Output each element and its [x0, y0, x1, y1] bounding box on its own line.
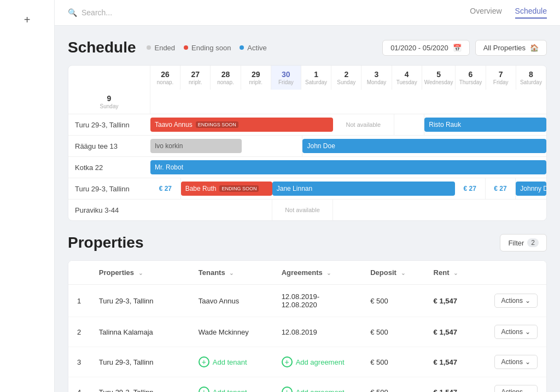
cal-col-30: 30Friday — [271, 66, 301, 90]
row-num-1: 1 — [68, 285, 90, 317]
add-button[interactable]: + — [19, 11, 36, 28]
properties-table: Properties ⌄ Tenants ⌄ Agreements ⌄ De — [68, 261, 546, 392]
cal-bar-john: John Doe — [302, 139, 546, 153]
all-properties-button[interactable]: All Properties 🏠 — [475, 40, 547, 56]
search-placeholder: Search... — [81, 8, 112, 17]
table-row: 1 Turu 29-3, Tallinn Taavo Annus 12.08.2… — [68, 285, 546, 317]
chevron-down-icon: ⌄ — [525, 388, 530, 392]
date-range-button[interactable]: 01/2020 - 05/2020 📅 — [382, 40, 470, 56]
row-tenant-4[interactable]: + Add tenant — [190, 377, 273, 393]
all-properties-label: All Properties — [483, 44, 526, 52]
cal-bar-risto: Risto Rauk — [424, 118, 546, 132]
table-header: Properties ⌄ Tenants ⌄ Agreements ⌄ De — [68, 261, 546, 285]
cal-empty-2 — [242, 136, 302, 156]
add-circle-icon-4: + — [199, 387, 209, 392]
row-num-2: 2 — [68, 317, 90, 347]
cal-col-7: 7Friday — [486, 66, 516, 90]
add-circle-icon-4b: + — [282, 387, 293, 392]
cal-row-label-4: Turu 29-3, Tallinn — [68, 185, 150, 193]
cal-bar-jane: Jane Linnan — [272, 182, 455, 196]
top-navigation: 🔍 Search... Overview Schedule — [55, 0, 560, 26]
nav-tabs: Overview Schedule — [470, 7, 547, 19]
search-bar[interactable]: 🔍 Search... — [68, 8, 112, 17]
properties-title: Properties — [68, 234, 144, 251]
schedule-title: Schedule — [68, 39, 136, 56]
row-actions-col-1: Actions ⌄ — [486, 285, 546, 317]
cal-row-2-cells: Ivo korkin John Doe — [150, 136, 546, 156]
add-tenant-button-3[interactable]: + Add tenant — [199, 356, 264, 367]
row-actions-col-4: Actions ⌄ — [486, 377, 546, 393]
table-header-row: Properties ⌄ Tenants ⌄ Agreements ⌄ De — [68, 261, 546, 285]
row-property-4: Turu 29-3, Tallinn — [90, 377, 190, 393]
legend-ended: Ended — [147, 44, 175, 52]
table-body: 1 Turu 29-3, Tallinn Taavo Annus 12.08.2… — [68, 285, 546, 393]
col-label-agreements: Agreements — [282, 268, 323, 277]
cal-cell-babe: Babe Ruth ENDING SOON — [181, 178, 272, 199]
legend-active: Active — [240, 44, 266, 52]
ended-label: Ended — [154, 44, 175, 52]
chevron-down-icon: ⌄ — [525, 297, 530, 305]
add-agreement-label: Add agreement — [296, 358, 345, 366]
sort-icon-rent: ⌄ — [453, 270, 458, 276]
cal-cell-john: John Doe — [302, 136, 546, 156]
row-tenant-3[interactable]: + Add tenant — [190, 347, 273, 377]
actions-button-3[interactable]: Actions ⌄ — [494, 355, 538, 369]
cal-cell-risto: Risto Rauk — [424, 114, 546, 135]
cal-col-1: 1Saturday — [301, 66, 331, 90]
cal-col-8: 8Saturday — [516, 66, 546, 90]
actions-button-1[interactable]: Actions ⌄ — [494, 294, 538, 308]
tab-schedule[interactable]: Schedule — [515, 7, 547, 19]
cal-row-1-cells: Taavo Annus ENDINGS SOON Not available R… — [150, 114, 546, 135]
add-agreement-button-4[interactable]: + Add agreement — [282, 387, 353, 392]
cal-row-3: Kotka 22 Mr. Robot — [68, 157, 546, 178]
filter-button[interactable]: Filter 2 — [500, 234, 547, 251]
col-header-actions — [486, 261, 546, 285]
cal-header-empty — [68, 66, 150, 90]
row-deposit-2: € 500 — [361, 317, 424, 347]
building-icon: 🏠 — [530, 44, 539, 52]
add-tenant-button-4[interactable]: + Add tenant — [199, 387, 264, 392]
table-row: 3 Turu 29-3, Tallinn + Add tenant + Add — [68, 347, 546, 377]
legend-ending: Ending soon — [184, 44, 231, 52]
col-header-properties[interactable]: Properties ⌄ — [90, 261, 190, 285]
cal-empty-5 — [150, 200, 272, 220]
row-num-4: 4 — [68, 377, 90, 393]
row-property-1: Turu 29-3, Tallinn — [90, 285, 190, 317]
row-agreement-4[interactable]: + Add agreement — [273, 377, 362, 393]
filter-label: Filter — [508, 239, 524, 247]
row-agreement-2: 12.08.2019 — [273, 317, 362, 347]
cal-not-avail-5: Not available — [272, 200, 333, 220]
col-label-tenants: Tenants — [199, 268, 225, 277]
sort-icon-tenants: ⌄ — [229, 270, 234, 276]
row-actions-col-3: Actions ⌄ — [486, 347, 546, 377]
schedule-controls: 01/2020 - 05/2020 📅 All Properties 🏠 — [382, 40, 547, 56]
cal-col-9: 9Sunday — [68, 90, 150, 114]
active-label: Active — [247, 44, 266, 52]
cal-row-5: Puraviku 3-44 Not available — [68, 200, 546, 220]
filter-count-badge: 2 — [527, 238, 539, 247]
actions-button-2[interactable]: Actions ⌄ — [494, 325, 538, 339]
col-header-tenants[interactable]: Tenants ⌄ — [190, 261, 273, 285]
col-header-rent[interactable]: Rent ⌄ — [425, 261, 486, 285]
cal-row-2: Räägu tee 13 Ivo korkin John Doe — [68, 136, 546, 157]
properties-header: Properties Filter 2 — [68, 234, 547, 251]
cal-cell-1-1: Taavo Annus ENDINGS SOON — [150, 114, 333, 135]
col-label-deposit: Deposit — [370, 268, 396, 277]
cal-cell-robot: Mr. Robot — [150, 157, 546, 178]
ending-label: Ending soon — [191, 44, 231, 52]
col-header-deposit[interactable]: Deposit ⌄ — [361, 261, 424, 285]
col-label-properties: Properties — [99, 268, 134, 277]
cal-row-label-5: Puraviku 3-44 — [68, 206, 150, 214]
date-range-label: 01/2020 - 05/2020 — [390, 44, 448, 52]
add-agreement-button-3[interactable]: + Add agreement — [282, 356, 353, 367]
row-property-3: Turu 29-3, Tallinn — [90, 347, 190, 377]
row-deposit-1: € 500 — [361, 285, 424, 317]
row-agreement-3[interactable]: + Add agreement — [273, 347, 362, 377]
add-circle-icon-3: + — [282, 356, 293, 367]
tab-overview[interactable]: Overview — [470, 7, 501, 19]
row-num-3: 3 — [68, 347, 90, 377]
actions-button-4[interactable]: Actions ⌄ — [494, 385, 538, 392]
add-circle-icon: + — [199, 356, 209, 367]
col-header-agreements[interactable]: Agreements ⌄ — [273, 261, 362, 285]
table-row: 2 Talinna Kalamaja Wade Mckinney 12.08.2… — [68, 317, 546, 347]
